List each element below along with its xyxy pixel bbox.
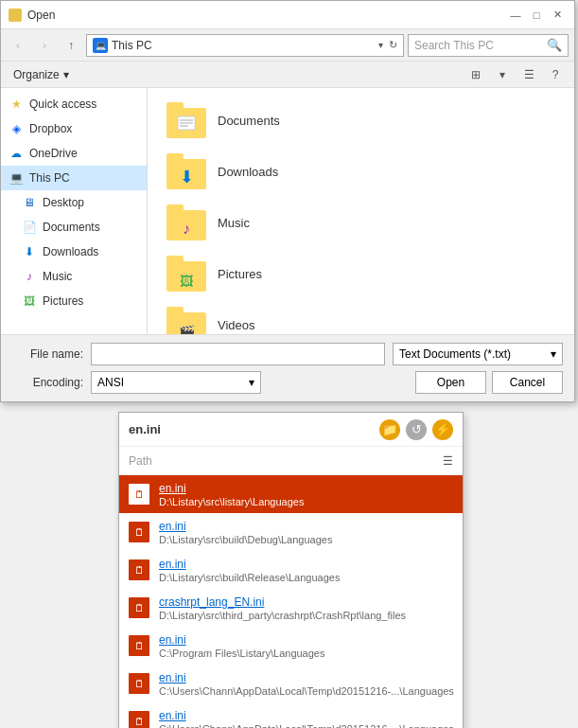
help-button[interactable]: ? bbox=[544, 64, 567, 85]
sidebar-item-label: Documents bbox=[43, 221, 100, 234]
organize-arrow-icon: ▾ bbox=[63, 68, 69, 81]
sidebar-item-onedrive[interactable]: ☁ OneDrive bbox=[1, 141, 147, 166]
ac-item-info: en.ini C:\Users\Chann\AppData\Local\Temp… bbox=[159, 671, 454, 697]
search-icon[interactable]: 🔍 bbox=[547, 38, 562, 52]
file-item-documents[interactable]: Documents bbox=[159, 96, 563, 145]
view-dropdown-button[interactable]: ▾ bbox=[491, 64, 514, 85]
bottom-controls: File name: Text Documents (*.txt) ▾ Enco… bbox=[1, 334, 574, 401]
ac-list-item[interactable]: 🗒 en.ini D:\Listary\src\listary\Language… bbox=[119, 475, 463, 513]
open-dialog: Open — □ ✕ ‹ › ↑ 💻 This PC ▾ ↻ Search Th… bbox=[0, 0, 575, 402]
ac-item-path: C:\Users\Chann\AppData\Local\Temp\d20151… bbox=[159, 723, 454, 729]
filename-input[interactable] bbox=[91, 343, 385, 365]
sidebar-item-desktop[interactable]: 🖥 Desktop bbox=[1, 190, 147, 215]
ac-item-file-icon: 🗒 bbox=[129, 673, 149, 694]
ac-list-item[interactable]: 🗒 en.ini D:\Listary\src\build\Debug\Lang… bbox=[119, 513, 463, 551]
ac-item-path: C:\Program Files\Listary\Languages bbox=[159, 648, 324, 659]
toolbar: Organize ▾ ⊞ ▾ ☰ ? bbox=[1, 62, 574, 88]
up-button[interactable]: ↑ bbox=[60, 34, 82, 57]
address-dropdown-arrow[interactable]: ▾ bbox=[378, 40, 383, 50]
autocomplete-icons: 📁 ↺ ⚡ bbox=[379, 419, 453, 440]
ac-list-item[interactable]: 🗒 en.ini C:\Users\Chann\AppData\Local\Te… bbox=[119, 702, 463, 728]
cancel-button[interactable]: Cancel bbox=[492, 371, 563, 394]
open-button[interactable]: Open bbox=[415, 371, 486, 394]
file-area: Documents ⬇ Downloads ♪ bbox=[148, 88, 574, 334]
encoding-select[interactable]: ANSI ▾ bbox=[91, 371, 261, 394]
sidebar-item-quick-access[interactable]: ★ Quick access bbox=[1, 92, 147, 116]
downloads-icon: ⬇ bbox=[22, 244, 37, 259]
filename-row: File name: Text Documents (*.txt) ▾ bbox=[12, 343, 563, 365]
view-grid-button[interactable]: ⊞ bbox=[464, 64, 487, 85]
autocomplete-title: en.ini bbox=[129, 422, 161, 436]
folder-icon: 🖼 bbox=[166, 256, 206, 292]
sidebar: ★ Quick access ◈ Dropbox ☁ OneDrive 💻 Th… bbox=[1, 88, 148, 334]
sidebar-item-dropbox[interactable]: ◈ Dropbox bbox=[1, 116, 147, 141]
file-item-downloads[interactable]: ⬇ Downloads bbox=[159, 147, 563, 196]
dialog-icon bbox=[9, 9, 22, 22]
path-list-icon[interactable]: ☰ bbox=[443, 454, 453, 468]
ac-item-file-icon: 🗒 bbox=[129, 522, 149, 542]
view-details-button[interactable]: ☰ bbox=[517, 64, 540, 85]
dialog-title: Open bbox=[27, 9, 55, 22]
star-icon: ★ bbox=[9, 97, 24, 112]
address-text: This PC bbox=[112, 39, 375, 52]
ac-list-item[interactable]: 🗒 en.ini C:\Program Files\Listary\Langua… bbox=[119, 627, 463, 665]
ac-list-item[interactable]: 🗒 crashrpt_lang_EN.ini D:\Listary\src\th… bbox=[119, 589, 463, 627]
toolbar-right: ⊞ ▾ ☰ ? bbox=[464, 64, 567, 85]
file-item-pictures[interactable]: 🖼 Pictures bbox=[159, 249, 563, 298]
close-button[interactable]: ✕ bbox=[548, 6, 567, 25]
main-content: ★ Quick access ◈ Dropbox ☁ OneDrive 💻 Th… bbox=[1, 88, 574, 334]
sidebar-item-pictures[interactable]: 🖼 Pictures bbox=[1, 289, 147, 313]
ac-item-path: D:\Listary\src\build\Release\Languages bbox=[159, 572, 340, 583]
file-item-music[interactable]: ♪ Music bbox=[159, 198, 563, 247]
ac-item-name: en.ini bbox=[159, 671, 454, 684]
search-bar: Search This PC 🔍 bbox=[408, 34, 569, 57]
file-name: Videos bbox=[218, 318, 255, 332]
ac-item-info: crashrpt_lang_EN.ini D:\Listary\src\thir… bbox=[159, 595, 406, 621]
title-controls: — □ ✕ bbox=[506, 6, 567, 25]
music-icon: ♪ bbox=[22, 269, 37, 284]
resize-handle[interactable] bbox=[563, 390, 574, 401]
encoding-value: ANSI bbox=[97, 376, 124, 389]
folder-icon: 🎬 bbox=[166, 307, 206, 334]
title-bar-left: Open bbox=[9, 9, 55, 22]
maximize-button[interactable]: □ bbox=[527, 6, 546, 25]
sidebar-item-label: Quick access bbox=[29, 98, 96, 111]
ac-item-name: en.ini bbox=[159, 633, 324, 647]
filename-label: File name: bbox=[12, 347, 83, 361]
sidebar-item-downloads[interactable]: ⬇ Downloads bbox=[1, 240, 147, 264]
ac-item-info: en.ini C:\Program Files\Listary\Language… bbox=[159, 633, 324, 659]
file-item-videos[interactable]: 🎬 Videos bbox=[159, 300, 563, 334]
ac-item-path: D:\Listary\src\third_party\crashrpt\Cras… bbox=[159, 610, 406, 621]
sidebar-item-this-pc[interactable]: 💻 This PC bbox=[1, 166, 147, 190]
folder-icon: ⬇ bbox=[166, 153, 206, 189]
sidebar-item-documents[interactable]: 📄 Documents bbox=[1, 215, 147, 240]
autocomplete-list: 🗒 en.ini D:\Listary\src\listary\Language… bbox=[119, 475, 463, 728]
folder-icon bbox=[166, 102, 206, 138]
ac-folder-icon[interactable]: 📁 bbox=[379, 419, 400, 440]
sidebar-item-label: Desktop bbox=[43, 196, 84, 209]
sidebar-item-music[interactable]: ♪ Music bbox=[1, 264, 147, 289]
ac-item-file-icon: 🗒 bbox=[129, 711, 149, 728]
address-refresh-button[interactable]: ↻ bbox=[389, 39, 397, 51]
navigation-bar: ‹ › ↑ 💻 This PC ▾ ↻ Search This PC 🔍 bbox=[1, 29, 574, 62]
pc-icon: 💻 bbox=[9, 170, 24, 186]
ac-item-file-icon: 🗒 bbox=[129, 559, 149, 580]
onedrive-icon: ☁ bbox=[9, 146, 24, 161]
path-placeholder: Path bbox=[129, 454, 435, 468]
ac-zap-icon[interactable]: ⚡ bbox=[432, 419, 453, 440]
filetype-select[interactable]: Text Documents (*.txt) ▾ bbox=[393, 343, 563, 365]
ac-list-item[interactable]: 🗒 en.ini C:\Users\Chann\AppData\Local\Te… bbox=[119, 665, 463, 702]
title-bar: Open — □ ✕ bbox=[1, 1, 574, 29]
minimize-button[interactable]: — bbox=[506, 6, 525, 25]
ac-item-path: D:\Listary\src\build\Debug\Languages bbox=[159, 534, 332, 545]
ac-item-info: en.ini D:\Listary\src\build\Debug\Langua… bbox=[159, 520, 332, 545]
ac-list-item[interactable]: 🗒 en.ini D:\Listary\src\build\Release\La… bbox=[119, 551, 463, 589]
ac-item-file-icon: 🗒 bbox=[129, 597, 149, 618]
ac-item-name: en.ini bbox=[159, 482, 304, 495]
back-button[interactable]: ‹ bbox=[7, 34, 29, 57]
address-bar[interactable]: 💻 This PC ▾ ↻ bbox=[86, 34, 404, 57]
forward-button[interactable]: › bbox=[33, 34, 56, 57]
address-icon: 💻 bbox=[93, 38, 108, 53]
ac-refresh-icon[interactable]: ↺ bbox=[406, 419, 427, 440]
organize-button[interactable]: Organize ▾ bbox=[9, 65, 74, 84]
